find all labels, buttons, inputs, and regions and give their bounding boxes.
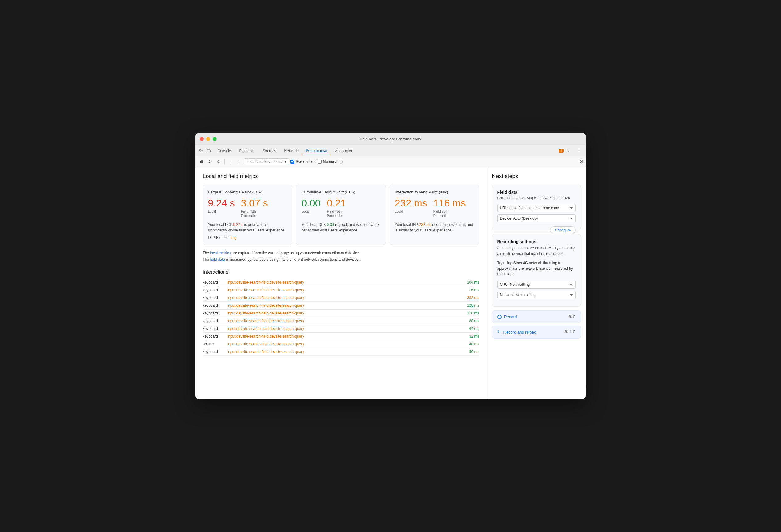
interaction-row: keyboardinput.devsite-search-field.devsi… [203,294,480,302]
configure-button[interactable]: Configure [550,226,575,234]
field-data-title: Field data [497,190,576,195]
interaction-time: 16 ms [455,288,480,292]
interaction-element[interactable]: input.devsite-search-field.devsite-searc… [228,319,455,323]
cls-field-value: 0.21 [327,198,346,208]
interaction-element[interactable]: input.devsite-search-field.devsite-searc… [228,342,455,346]
screenshots-checkbox[interactable] [290,160,294,164]
cls-desc: Your local CLS 0.00 is good, and is sign… [301,222,381,233]
mode-dropdown[interactable]: Local and field metrics ▾ [244,158,289,165]
interaction-type: keyboard [203,296,228,300]
record-button-row[interactable]: Record ⌘ E [492,310,581,323]
info-text: The local metrics are captured from the … [203,250,480,263]
cpu-select[interactable]: CPU: No throttling [497,280,576,289]
memory-checkbox[interactable] [318,160,322,164]
tab-network[interactable]: Network [281,147,301,155]
record-label: Record [504,314,517,319]
flame-icon[interactable] [337,158,345,165]
interaction-element[interactable]: input.devsite-search-field.devsite-searc… [228,296,455,300]
cursor-icon[interactable] [198,148,204,154]
device-icon[interactable] [206,148,212,154]
lcp-card: Largest Contentful Paint (LCP) 9.24 s Lo… [203,184,293,245]
recording-desc-1: A majority of users are on mobile. Try e… [497,245,576,257]
record-dot-icon [497,315,502,319]
memory-checkbox-group: Memory [318,160,336,164]
devtools-window: DevTools - developer.chrome.com/ Console… [195,133,586,399]
record-circle-icon[interactable]: ⏺ [198,158,205,165]
interaction-type: keyboard [203,288,228,292]
inp-local-group: 232 ms Local [395,198,427,214]
cls-local-label: Local [301,209,320,214]
cls-desc-highlight: 0.00 [327,222,334,227]
download-icon[interactable]: ↓ [235,158,243,165]
url-select[interactable]: URL: https://developer.chrome.com/ [497,204,576,212]
interaction-element[interactable]: input.devsite-search-field.devsite-searc… [228,280,455,284]
interaction-type: keyboard [203,326,228,331]
minimize-button[interactable] [206,137,210,141]
upload-icon[interactable]: ↑ [227,158,234,165]
interaction-time: 56 ms [455,350,480,354]
interaction-type: keyboard [203,334,228,339]
record-left: Record [497,314,517,319]
lcp-field-value: 3.07 s [241,198,268,208]
interaction-element[interactable]: input.devsite-search-field.devsite-searc… [228,303,455,308]
more-icon[interactable]: ⋮ [576,148,582,154]
interaction-type: keyboard [203,350,228,354]
lcp-local-value: 9.24 s [208,198,235,208]
inp-field-value: 116 ms [434,198,466,208]
section-title: Local and field metrics [203,173,480,180]
network-select[interactable]: Network: No throttling [497,291,576,299]
main-panel: Local and field metrics Largest Contentf… [195,167,487,399]
field-data-subtitle: Collection period: Aug 6, 2024 - Sep 2, … [497,196,576,200]
local-metrics-link[interactable]: local metrics [210,251,231,255]
tab-sources[interactable]: Sources [259,147,280,155]
inp-card: Interaction to Next Paint (INP) 232 ms L… [389,184,480,245]
lcp-element-value[interactable]: img [231,235,237,240]
interaction-element[interactable]: input.devsite-search-field.devsite-searc… [228,311,455,315]
field-data-link[interactable]: field data [210,257,225,262]
interaction-time: 128 ms [455,303,480,308]
interaction-type: keyboard [203,280,228,284]
interaction-time: 32 ms [455,334,480,339]
record-reload-button-row[interactable]: ↻ Record and reload ⌘ ⇧ E [492,325,581,339]
cls-local-value: 0.00 [301,198,320,208]
notification-badge: 1 [559,149,564,153]
svg-rect-0 [207,149,210,152]
cls-card: Cumulative Layout Shift (CLS) 0.00 Local… [296,184,386,245]
inp-title: Interaction to Next Paint (INP) [395,190,474,194]
toolbar-settings-icon[interactable]: ⚙ [579,159,583,165]
interaction-element[interactable]: input.devsite-search-field.devsite-searc… [228,350,455,354]
interaction-time: 88 ms [455,319,480,323]
tab-elements[interactable]: Elements [236,147,258,155]
refresh-icon[interactable]: ↻ [207,158,214,165]
interaction-time: 64 ms [455,326,480,331]
content-area: Local and field metrics Largest Contentf… [195,167,586,399]
cls-title: Cumulative Layout Shift (CLS) [301,190,381,194]
inp-local-label: Local [395,209,427,214]
cls-field-group: 0.21 Field 75thPercentile [327,198,346,218]
cls-local-group: 0.00 Local [301,198,320,214]
maximize-button[interactable] [213,137,217,141]
interaction-element[interactable]: input.devsite-search-field.devsite-searc… [228,326,455,331]
close-button[interactable] [200,137,204,141]
tab-application[interactable]: Application [331,147,357,155]
toolbar: ⏺ ↻ ⊘ ↑ ↓ Local and field metrics ▾ Scre… [195,157,586,167]
stop-icon[interactable]: ⊘ [215,158,222,165]
window-controls [200,137,217,141]
interaction-element[interactable]: input.devsite-search-field.devsite-searc… [228,334,455,339]
recording-desc-2: Try using Slow 4G network throttling to … [497,260,576,277]
lcp-local-group: 9.24 s Local [208,198,235,214]
tab-console[interactable]: Console [214,147,235,155]
settings-icon[interactable]: ⚙ [566,148,572,154]
record-reload-shortcut: ⌘ ⇧ E [564,330,576,334]
chevron-down-icon: ▾ [285,160,286,164]
svg-rect-1 [210,150,211,151]
interaction-row: keyboardinput.devsite-search-field.devsi… [203,279,480,286]
device-select[interactable]: Device: Auto (Desktop) [497,215,576,222]
interaction-row: pointerinput.devsite-search-field.devsit… [203,340,480,348]
devtools-tabbar: Console Elements Sources Network Perform… [195,145,586,157]
interaction-time: 232 ms [455,296,480,300]
interaction-row: keyboardinput.devsite-search-field.devsi… [203,317,480,325]
interactions-section: Interactions keyboardinput.devsite-searc… [203,269,480,356]
tab-performance[interactable]: Performance [302,146,331,155]
interaction-element[interactable]: input.devsite-search-field.devsite-searc… [228,288,455,292]
